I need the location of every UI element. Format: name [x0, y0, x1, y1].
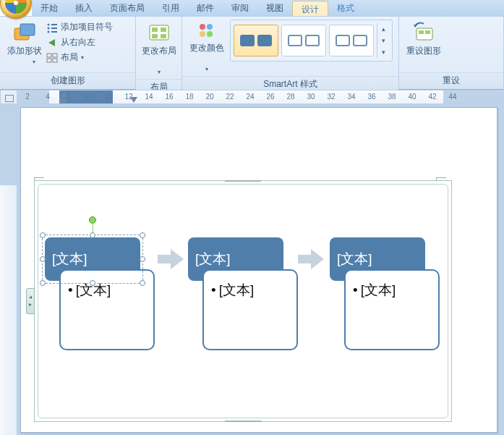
svg-rect-16	[161, 34, 166, 38]
svg-point-4	[48, 27, 50, 29]
smartart-node[interactable]: [文本] [文本]	[188, 237, 283, 281]
smartart-child-shape[interactable]: [文本]	[344, 269, 440, 350]
add-shape-button[interactable]: 添加形状 ▾	[4, 20, 45, 69]
svg-rect-10	[47, 59, 51, 62]
resize-handle-icon[interactable]	[40, 232, 46, 238]
tab-view[interactable]: 视图	[257, 0, 292, 16]
tab-page-layout[interactable]: 页面布局	[101, 0, 153, 16]
style-option-1[interactable]	[234, 25, 278, 56]
vertical-ruler[interactable]	[0, 104, 17, 435]
tab-review[interactable]: 审阅	[223, 0, 257, 16]
tab-home[interactable]: 开始	[32, 0, 67, 16]
svg-point-17	[200, 24, 205, 30]
ruler-tick: 44	[443, 93, 463, 101]
child-text: [文本]	[353, 282, 396, 297]
ruler-tick: 30	[301, 93, 321, 101]
svg-rect-11	[53, 59, 57, 62]
group-layouts: 更改布局 ▾ 布局	[136, 17, 182, 89]
smartart-child-shape[interactable]: [文本]	[202, 269, 298, 350]
group-title-reset: 重设	[399, 72, 503, 89]
style-option-3[interactable]	[329, 25, 374, 56]
change-layout-label: 更改布局	[142, 46, 176, 56]
tab-mailings[interactable]: 邮件	[188, 0, 223, 16]
svg-rect-9	[53, 54, 57, 57]
ruler-tick: 28	[281, 93, 301, 101]
ruler-tick: 20	[200, 93, 220, 101]
change-layout-button[interactable]: 更改布局 ▾	[140, 20, 177, 79]
smartart-frame[interactable]: ◂▸ [文本] [文本]	[34, 180, 452, 422]
selection-outline	[42, 235, 143, 284]
svg-rect-7	[51, 31, 57, 33]
change-layout-icon	[148, 21, 171, 44]
ruler-tick: 10	[98, 93, 119, 101]
group-title-create: 创建图形	[0, 72, 135, 89]
reset-graphic-button[interactable]: 重设图形	[403, 20, 444, 57]
style-option-2[interactable]	[281, 25, 326, 56]
frame-handle-icon[interactable]	[225, 180, 261, 182]
resize-handle-icon[interactable]	[40, 280, 46, 286]
add-shape-icon	[13, 21, 36, 44]
node-title: [文本]	[337, 250, 372, 269]
ruler-tick: 14	[139, 93, 159, 101]
svg-rect-3	[51, 24, 57, 25]
svg-rect-1	[20, 24, 35, 35]
resize-handle-icon[interactable]	[40, 256, 46, 262]
frame-handle-icon[interactable]	[225, 421, 261, 422]
layout-button[interactable]: 布局 ▾	[45, 50, 124, 65]
svg-point-6	[48, 30, 50, 33]
horizontal-ruler[interactable]: 2468101214161820222426283032343638404244	[17, 90, 504, 104]
svg-point-19	[200, 31, 205, 37]
ruler-tick: 26	[260, 93, 281, 101]
gallery-down-icon[interactable]: ▾	[377, 35, 389, 46]
ruler-tick: 16	[159, 93, 179, 101]
gallery-up-icon[interactable]: ▴	[377, 23, 389, 35]
tab-format[interactable]: 格式	[328, 0, 363, 16]
indent-marker-icon[interactable]	[61, 91, 68, 97]
rtl-label: 从右向左	[61, 36, 95, 48]
ruler-tick: 32	[321, 93, 341, 101]
svg-rect-22	[419, 30, 424, 34]
child-text: [文本]	[211, 282, 254, 297]
add-bullet-button[interactable]: 添加项目符号	[45, 20, 124, 35]
ruler-tick: 36	[362, 93, 382, 101]
group-create-graphic: 添加形状 ▾ 添加项目符号 从右向左	[0, 17, 136, 89]
ruler-corner[interactable]	[0, 90, 17, 104]
svg-rect-23	[425, 30, 430, 34]
svg-point-20	[207, 31, 213, 37]
resize-handle-icon[interactable]	[140, 232, 145, 238]
ruler-tick: 40	[402, 93, 422, 101]
tab-design[interactable]: 设计	[292, 1, 328, 16]
reset-label: 重设图形	[406, 46, 441, 56]
layout-label: 布局	[61, 51, 78, 64]
ruler-tick: 2	[17, 93, 38, 101]
ruler-tick: 42	[422, 93, 443, 101]
svg-rect-8	[47, 54, 51, 57]
tab-references[interactable]: 引用	[153, 0, 188, 16]
smartart-node[interactable]: [文本] [文本]	[330, 237, 425, 281]
group-reset: 重设图形 重设	[399, 17, 504, 89]
change-colors-label: 更改颜色	[189, 43, 224, 53]
change-colors-button[interactable]: 更改颜色 ▾	[187, 20, 227, 76]
right-to-left-button[interactable]: 从右向左	[45, 35, 124, 50]
svg-rect-15	[152, 34, 158, 38]
tab-insert[interactable]: 插入	[67, 0, 101, 16]
node-title: [文本]	[195, 250, 231, 269]
resize-handle-icon[interactable]	[90, 232, 95, 238]
resize-handle-icon[interactable]	[90, 280, 95, 286]
resize-handle-icon[interactable]	[140, 256, 145, 262]
gallery-more-icon[interactable]: ▾	[377, 46, 389, 58]
rtl-icon	[46, 37, 58, 48]
svg-rect-5	[51, 28, 57, 29]
gallery-scroll: ▴ ▾ ▾	[377, 23, 389, 58]
dropdown-icon: ▾	[33, 59, 35, 65]
ruler-tick: 18	[179, 93, 200, 101]
reset-icon	[412, 21, 435, 44]
page[interactable]: ◂▸ [文本] [文本]	[20, 107, 497, 433]
ruler-tick: 22	[220, 93, 240, 101]
resize-handle-icon[interactable]	[140, 280, 145, 286]
text-pane-toggle[interactable]: ◂▸	[26, 288, 35, 314]
change-colors-icon	[197, 21, 217, 41]
add-bullet-label: 添加项目符号	[61, 21, 113, 33]
indent-right-icon[interactable]	[130, 97, 137, 103]
indent-marker-bottom-icon[interactable]	[59, 98, 67, 103]
